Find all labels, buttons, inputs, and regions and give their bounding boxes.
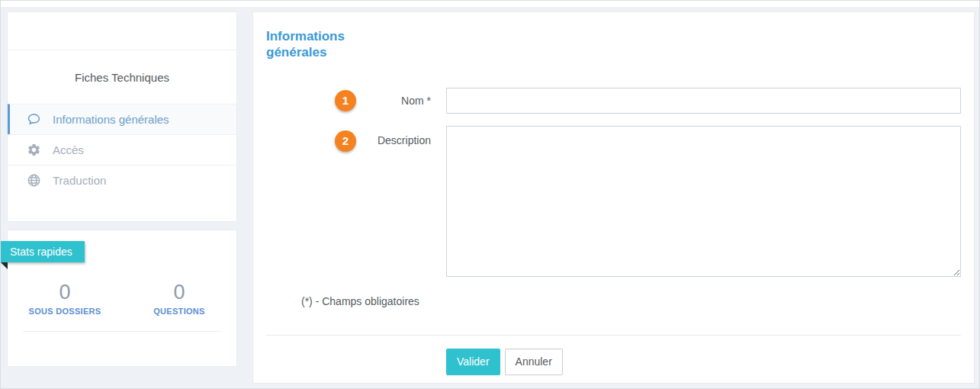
stat-label: QUESTIONS [122,307,236,316]
stat-value: 0 [122,281,236,304]
sidebar-item-traduction[interactable]: Traduction [8,165,236,195]
main-card: Informations générales 1 Nom * 2 Descrip… [252,11,975,384]
description-input-cell [446,126,961,277]
sidebar-item-label: Informations générales [53,113,169,126]
sidebar-menu: Informations générales Accès [8,104,236,195]
sidebar-item-informations-generales[interactable]: Informations générales [8,104,236,134]
required-fields-note: (*) - Champs obligatoires [301,295,961,307]
sidebar-item-acces[interactable]: Accès [8,134,236,165]
stat-label: SOUS DOSSIERS [8,307,122,316]
nom-label-cell: 1 Nom * [266,88,431,114]
description-field-row: 2 Description [266,126,961,277]
top-strip [1,1,979,7]
sidebar-card: Fiches Techniques Informations générales… [7,11,237,222]
form-actions: Valider Annuler [266,349,961,375]
sidebar-title: Fiches Techniques [8,50,236,104]
sidebar-header [8,12,236,50]
comment-icon [26,112,41,127]
nom-input[interactable] [446,88,961,114]
page-title: Informations générales [266,28,377,60]
description-label-cell: 2 Description [266,126,431,277]
stat-questions: 0 QUESTIONS [122,281,236,316]
stats-divider [23,331,221,332]
step-2-badge: 2 [335,130,356,152]
stats-row: 0 SOUS DOSSIERS 0 QUESTIONS [8,281,236,316]
nom-field-row: 1 Nom * [266,88,961,114]
description-textarea[interactable] [446,126,961,277]
nom-input-cell [446,88,961,114]
stats-ribbon-label: Stats rapides [10,246,72,258]
valider-button[interactable]: Valider [446,349,500,375]
ribbon-fold-icon [1,262,8,269]
stat-sous-dossiers: 0 SOUS DOSSIERS [8,281,122,316]
description-label: Description [378,134,431,146]
annuler-button[interactable]: Annuler [505,349,563,375]
step-1-badge: 1 [335,90,356,111]
stats-card: Stats rapides 0 SOUS DOSSIERS 0 QUESTION… [7,230,237,367]
stats-ribbon: Stats rapides [1,241,85,262]
form-divider [266,335,961,336]
page: Fiches Techniques Informations générales… [0,0,980,389]
nom-label: Nom * [401,95,431,107]
globe-icon [26,173,41,188]
gear-icon [26,143,41,158]
sidebar-item-label: Traduction [53,174,106,187]
stat-value: 0 [8,281,122,304]
informations-generales-form: 1 Nom * 2 Description (*) - Champs oblig… [266,88,961,375]
sidebar-item-label: Accès [53,143,84,156]
